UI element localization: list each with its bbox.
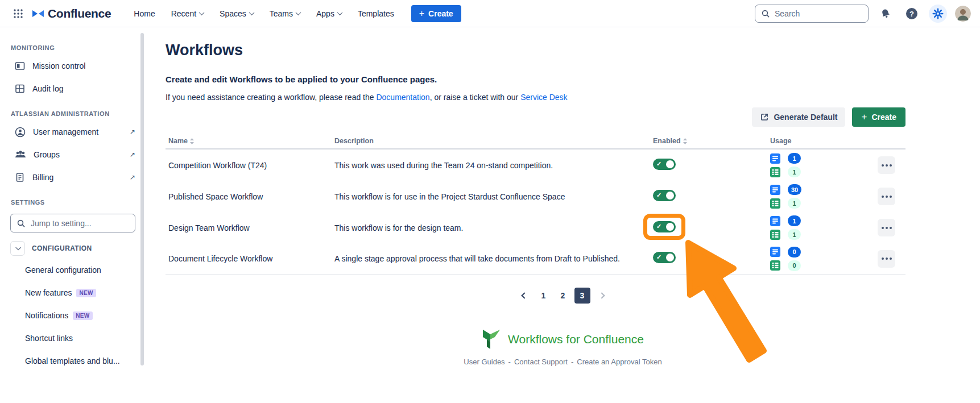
table-row: Design Team Workflow This workflow is fo… — [166, 212, 905, 243]
check-icon: ✓ — [656, 160, 661, 168]
enabled-toggle[interactable]: ✓ — [653, 221, 676, 232]
footer-links: User Guides - Contact Support - Create a… — [464, 358, 661, 366]
sidebar-item-billing[interactable]: Billing ↗ — [0, 166, 146, 189]
sidebar-item-general-configuration[interactable]: General configuration — [0, 259, 146, 281]
check-icon: ✓ — [656, 192, 661, 199]
sort-icon — [190, 138, 194, 144]
new-badge: NEW — [73, 311, 92, 320]
notifications-bell-icon[interactable] — [876, 5, 895, 23]
next-page-button[interactable] — [594, 288, 610, 304]
workflow-description: This workflow is for the design team. — [334, 223, 653, 232]
sidebar-item-groups[interactable]: Groups ↗ — [0, 143, 146, 166]
workflow-description: This work was used during the Team 24 on… — [334, 161, 653, 170]
app-switcher-icon[interactable] — [9, 5, 27, 23]
nav-apps[interactable]: Apps — [311, 6, 348, 22]
sidebar-section-settings: SETTINGS — [0, 199, 146, 209]
workflow-name: Published Space Workflow — [166, 192, 334, 201]
generate-default-button[interactable]: Generate Default — [752, 107, 845, 127]
nav-create-button[interactable]: + Create — [411, 5, 461, 22]
sidebar-item-shortcut-links[interactable]: Shortcut links — [0, 327, 146, 350]
nav-recent[interactable]: Recent — [166, 6, 209, 22]
pages-count-badge: 0 — [788, 247, 801, 257]
nav-spaces[interactable]: Spaces — [214, 6, 259, 22]
pages-count-badge: 1 — [788, 153, 801, 164]
templates-count-badge: 0 — [788, 260, 801, 271]
external-link-icon: ↗ — [130, 151, 135, 159]
pages-count-badge: 30 — [788, 184, 801, 195]
sidebar-item-user-management[interactable]: User management ↗ — [0, 121, 146, 143]
nav-templates[interactable]: Templates — [352, 6, 400, 22]
workflow-name: Design Team Workflow — [166, 223, 334, 232]
table-header-row: Name Description Enabled Usage — [166, 134, 905, 149]
sidebar-item-notifications[interactable]: Notifications NEW — [0, 304, 146, 327]
templates-icon — [770, 167, 780, 177]
new-badge: NEW — [76, 289, 96, 297]
page-button-2[interactable]: 2 — [555, 288, 571, 304]
column-header-enabled[interactable]: Enabled — [653, 137, 687, 145]
enabled-toggle[interactable]: ✓ — [653, 190, 676, 201]
enabled-toggle[interactable]: ✓ — [653, 159, 676, 170]
approval-token-link[interactable]: Create an Approval Token — [577, 358, 661, 366]
pages-icon — [770, 216, 780, 226]
groups-icon — [15, 149, 26, 160]
sidebar-scrollbar[interactable] — [140, 33, 144, 365]
page-button-3-active[interactable]: 3 — [574, 288, 590, 304]
enabled-toggle[interactable]: ✓ — [653, 252, 676, 263]
sidebar-item-audit-log[interactable]: Audit log — [0, 77, 146, 100]
top-navigation: Confluence Home Recent Spaces Teams Apps… — [0, 0, 980, 27]
sidebar-item-global-templates[interactable]: Global templates and blu... — [0, 350, 146, 372]
confluence-logo-icon — [32, 8, 44, 19]
row-actions-button[interactable] — [878, 250, 895, 268]
page-subtitle: Create and edit Workflows to be applied … — [166, 74, 905, 84]
previous-page-button[interactable] — [516, 288, 532, 304]
user-guides-link[interactable]: User Guides — [464, 358, 505, 366]
contact-support-link[interactable]: Contact Support — [514, 358, 568, 366]
highlight-box: ✓ — [643, 214, 685, 240]
logo-wordmark: Confluence — [48, 7, 111, 20]
audit-log-icon — [15, 84, 25, 94]
row-actions-button[interactable] — [878, 156, 895, 174]
row-actions-button[interactable] — [878, 188, 895, 205]
admin-sidebar: MONITORING Mission control Audit log ATL… — [0, 27, 146, 403]
sidebar-item-new-features[interactable]: New features NEW — [0, 281, 146, 304]
jump-to-setting-search[interactable] — [10, 214, 135, 232]
chevron-down-icon — [249, 10, 254, 15]
confluence-logo[interactable]: Confluence — [32, 7, 111, 20]
create-workflow-button[interactable]: + Create — [852, 107, 905, 127]
workflows-table: Name Description Enabled Usage Competiti… — [166, 134, 905, 275]
service-desk-link[interactable]: Service Desk — [520, 93, 567, 102]
templates-icon — [770, 260, 780, 271]
chevron-down-icon — [15, 244, 21, 250]
row-actions-button[interactable] — [878, 219, 895, 236]
main-content: Workflows Create and edit Workflows to b… — [146, 27, 980, 403]
templates-count-badge: 1 — [788, 198, 801, 209]
templates-icon — [770, 230, 780, 240]
plus-icon: + — [419, 10, 424, 18]
sidebar-item-mission-control[interactable]: Mission control — [0, 55, 146, 77]
chevron-down-icon — [199, 10, 205, 15]
svg-text:?: ? — [909, 9, 914, 18]
search-icon — [761, 9, 770, 18]
user-avatar[interactable] — [955, 6, 971, 22]
column-header-name[interactable]: Name — [168, 137, 194, 145]
page-button-1[interactable]: 1 — [536, 288, 552, 304]
jump-to-setting-input[interactable] — [31, 219, 116, 228]
workflow-description: A single stage approval process that wil… — [334, 254, 653, 263]
workflow-name: Competition Workflow (T24) — [166, 161, 334, 170]
configuration-collapse-button[interactable] — [10, 241, 25, 256]
nav-home[interactable]: Home — [128, 6, 160, 22]
page-help-text: If you need assistance creating a workfl… — [166, 93, 905, 102]
settings-gear-icon[interactable] — [929, 5, 947, 23]
help-icon[interactable]: ? — [903, 5, 921, 23]
external-link-icon: ↗ — [130, 128, 135, 136]
search-icon — [16, 219, 26, 228]
search-input[interactable] — [775, 9, 854, 18]
global-search[interactable] — [755, 5, 869, 23]
documentation-link[interactable]: Documentation — [376, 93, 429, 102]
configuration-group-title: CONFIGURATION — [32, 244, 92, 252]
nav-teams[interactable]: Teams — [264, 6, 306, 22]
sort-icon — [683, 138, 687, 144]
workflow-description: This workflow is for use in the Project … — [334, 192, 653, 201]
app-footer: Workflows for Confluence User Guides - C… — [166, 329, 960, 366]
chevron-down-icon — [337, 10, 342, 15]
